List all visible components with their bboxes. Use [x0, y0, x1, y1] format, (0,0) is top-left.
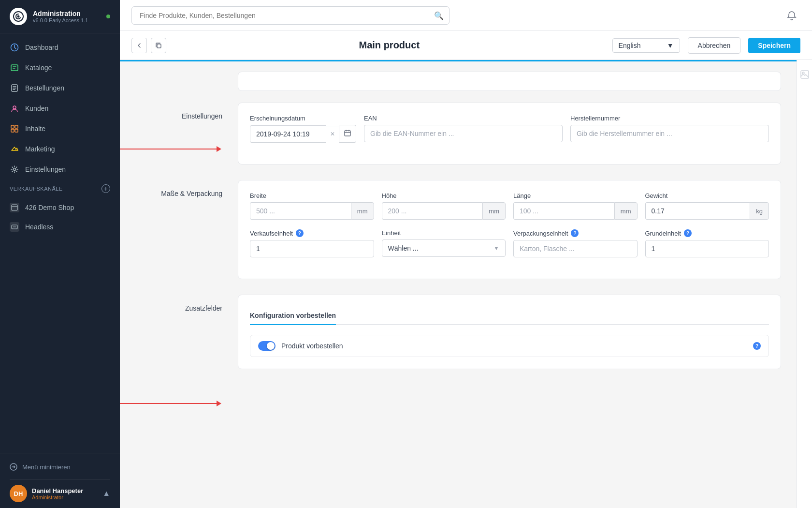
notification-button[interactable]: [783, 7, 800, 24]
sidebar-item-dashboard[interactable]: Dashboard: [0, 37, 120, 58]
masse-row-1: Breite mm Höhe mm: [250, 192, 769, 220]
erscheinungsdatum-input-group: ✕: [250, 125, 356, 143]
minimize-menu-button[interactable]: Menü minimieren: [10, 459, 110, 475]
user-name: Daniel Hanspeter: [32, 487, 83, 494]
online-indicator: [106, 15, 110, 18]
header-nav: [131, 38, 166, 53]
svg-rect-8: [11, 129, 14, 132]
main-content: 🔍 Main product: [120, 0, 812, 508]
hoehe-unit: mm: [482, 202, 506, 220]
clear-date-button[interactable]: ✕: [326, 126, 339, 142]
zusatzfelder-card: Konfiguration vorbestellen Produkt vorbe…: [238, 295, 781, 369]
erscheinungsdatum-input[interactable]: [250, 125, 326, 143]
herstellernummer-input[interactable]: [570, 125, 769, 142]
page-title: Main product: [174, 40, 605, 51]
search-input[interactable]: [131, 6, 450, 25]
verpackungseinheit-label: Verpackungseinheit: [513, 230, 568, 237]
sidebar-item-kataloge-label: Kataloge: [25, 64, 52, 72]
calendar-button[interactable]: [339, 125, 356, 143]
ean-label: EAN: [364, 115, 563, 122]
einstellungen-section: Einstellungen Erscheinungsdatum ✕: [135, 103, 781, 164]
save-button[interactable]: Speichern: [748, 38, 800, 53]
breite-input[interactable]: [250, 202, 351, 220]
topbar: 🔍: [120, 0, 812, 31]
right-panel: [797, 60, 812, 508]
grundeinheit-group: Grundeinheit ?: [645, 229, 769, 257]
sidebar-header: Administration v6.0.0 Early Access 1.1: [0, 0, 120, 33]
gewicht-input[interactable]: [645, 202, 750, 220]
einheit-value: Wählen ...: [388, 244, 419, 252]
einheit-group: Einheit Wählen ... ▼: [382, 229, 506, 257]
svg-rect-7: [15, 125, 18, 128]
sidebar-item-kunden[interactable]: Kunden: [0, 98, 120, 119]
erscheinungsdatum-label: Erscheinungsdatum: [250, 115, 356, 122]
toggle-help-icon[interactable]: ?: [753, 342, 761, 350]
image-panel-button[interactable]: [798, 68, 812, 81]
chevron-left-icon: [136, 42, 143, 49]
hoehe-input-group: mm: [382, 202, 506, 220]
toggle-button[interactable]: [258, 341, 276, 351]
chevron-down-icon: ▼: [667, 42, 674, 49]
svg-rect-16: [801, 71, 809, 78]
gewicht-label: Gewicht: [645, 192, 769, 199]
grundeinheit-label-row: Grundeinheit ?: [645, 229, 769, 237]
progress-bar: [120, 60, 797, 61]
masse-label: Maße & Verpackung: [135, 180, 222, 279]
sidebar-item-marketing[interactable]: Marketing: [0, 139, 120, 159]
search-icon: 🔍: [434, 11, 444, 20]
customers-icon: [10, 104, 19, 113]
laenge-label: Länge: [513, 192, 638, 199]
tab-konfiguration[interactable]: Konfiguration vorbestellen: [250, 307, 336, 325]
verpackungseinheit-help-icon[interactable]: ?: [571, 229, 579, 237]
toggle-knob: [267, 342, 275, 350]
channel-demo-shop-label: 426 Demo Shop: [25, 204, 74, 211]
herstellernummer-label: Herstellernummer: [570, 115, 769, 122]
hoehe-input[interactable]: [382, 202, 483, 220]
app-title: Administration: [33, 10, 88, 18]
verpackungseinheit-input[interactable]: [513, 240, 638, 257]
erscheinungsdatum-group: Erscheinungsdatum ✕: [250, 115, 356, 143]
user-profile[interactable]: DH Daniel Hanspeter Administrator ▲: [10, 479, 110, 502]
laenge-group: Länge mm: [513, 192, 638, 220]
svg-rect-15: [345, 131, 350, 136]
grundeinheit-help-icon[interactable]: ?: [684, 229, 692, 237]
add-sales-channel-button[interactable]: +: [102, 184, 110, 193]
channel-headless-label: Headless: [25, 223, 53, 231]
sidebar-item-bestellungen[interactable]: Bestellungen: [0, 78, 120, 98]
marketing-icon: [10, 144, 19, 154]
toggle-row: Produkt vorbestellen ?: [250, 335, 769, 357]
channel-demo-shop[interactable]: 426 Demo Shop: [0, 198, 120, 217]
app-version: v6.0.0 Early Access 1.1: [33, 17, 88, 23]
sidebar-item-einstellungen[interactable]: Einstellungen: [0, 159, 120, 179]
laenge-unit: mm: [614, 202, 638, 220]
back-button[interactable]: [131, 38, 147, 53]
hoehe-group: Höhe mm: [382, 192, 506, 220]
verkaufseinheit-input[interactable]: [250, 240, 374, 257]
einheit-select[interactable]: Wählen ... ▼: [382, 239, 506, 257]
verkaufseinheit-group: Verkaufseinheit ?: [250, 229, 374, 257]
sidebar-item-kataloge[interactable]: Kataloge: [0, 58, 120, 78]
sidebar-item-inhalte[interactable]: Inhalte: [0, 119, 120, 139]
sidebar: Administration v6.0.0 Early Access 1.1 D…: [0, 0, 120, 508]
svg-point-1: [17, 15, 20, 18]
laenge-input[interactable]: [513, 202, 614, 220]
gewicht-group: Gewicht kg: [645, 192, 769, 220]
breite-input-group: mm: [250, 202, 374, 220]
dashboard-icon: [10, 43, 19, 52]
language-selector[interactable]: English ▼: [612, 38, 680, 53]
minimize-icon: [10, 463, 17, 471]
einstellungen-row: Erscheinungsdatum ✕: [250, 115, 769, 143]
orders-icon: [10, 83, 19, 93]
grundeinheit-input[interactable]: [645, 240, 769, 257]
ean-input[interactable]: [364, 125, 563, 142]
headless-icon: [10, 222, 19, 232]
cancel-button[interactable]: Abbrechen: [688, 37, 741, 54]
copy-button[interactable]: [151, 38, 166, 53]
verkaufseinheit-help-icon[interactable]: ?: [296, 229, 304, 237]
settings-icon: [10, 164, 19, 174]
masse-card: Breite mm Höhe mm: [238, 180, 781, 279]
chevron-down-icon: ▼: [493, 245, 499, 252]
herstellernummer-group: Herstellernummer: [570, 115, 769, 143]
channel-headless[interactable]: Headless: [0, 217, 120, 237]
gewicht-input-group: kg: [645, 202, 769, 220]
